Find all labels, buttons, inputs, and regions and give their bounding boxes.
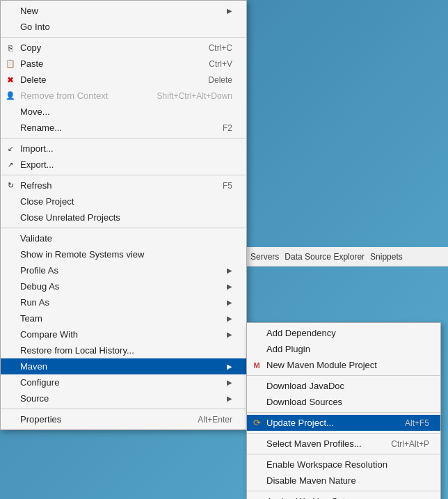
submenu-item-download-javadoc[interactable]: Download JavaDoc [247, 378, 440, 394]
menu-label-paste: Paste [20, 58, 43, 69]
shortcut-properties: Alt+Enter [198, 415, 232, 425]
shortcut-refresh: F5 [223, 181, 232, 191]
submenu-label-new-maven-module: New Maven Module Project [266, 360, 377, 370]
context-menu: New ▶ Go Into ⎘ Copy Ctrl+C 📋 Paste Ctrl… [0, 0, 247, 430]
arrow-icon-configure: ▶ [227, 379, 232, 386]
shortcut-select-profiles: Ctrl+Alt+P [391, 439, 429, 449]
submenu-item-enable-workspace[interactable]: Enable Workspace Resolution [247, 457, 440, 473]
menu-label-export: Export... [20, 159, 54, 170]
menu-item-delete[interactable]: ✖ Delete Delete [1, 72, 246, 88]
submenu-separator-1 [247, 375, 440, 376]
maven-submenu: Add Dependency Add Plugin M New Maven Mo… [246, 322, 441, 499]
arrow-icon-team: ▶ [227, 315, 232, 322]
menu-item-new[interactable]: New ▶ [1, 3, 246, 19]
menu-label-delete: Delete [20, 74, 47, 85]
menu-item-close-unrelated[interactable]: Close Unrelated Projects [1, 209, 246, 225]
menu-item-refresh[interactable]: ↻ Refresh F5 [1, 177, 246, 193]
menu-label-copy: Copy [20, 42, 41, 53]
menu-label-compare-with: Compare With [20, 329, 78, 340]
separator-2 [1, 138, 246, 138]
arrow-icon-new: ▶ [227, 7, 232, 15]
menu-label-go-into: Go Into [20, 22, 50, 32]
menu-item-go-into[interactable]: Go Into [1, 19, 246, 35]
submenu-item-update-project[interactable]: ⟳ Update Project... Alt+F5 [247, 415, 440, 431]
shortcut-remove-context: Shift+Ctrl+Alt+Down [157, 91, 232, 101]
menu-label-import: Import... [20, 143, 54, 154]
submenu-label-select-profiles: Select Maven Profiles... [266, 438, 362, 449]
menu-item-restore-history[interactable]: Restore from Local History... [1, 342, 246, 358]
menu-item-compare-with[interactable]: Compare With ▶ [1, 326, 246, 342]
submenu-item-select-profiles[interactable]: Select Maven Profiles... Ctrl+Alt+P [247, 436, 440, 452]
separator-4 [1, 228, 246, 228]
menu-label-maven: Maven [20, 361, 47, 372]
submenu-item-disable-maven[interactable]: Disable Maven Nature [247, 473, 440, 489]
update-project-icon: ⟳ [251, 418, 262, 429]
menu-label-refresh: Refresh [20, 180, 52, 191]
menu-item-rename[interactable]: Rename... F2 [1, 120, 246, 136]
delete-icon: ✖ [5, 74, 16, 86]
menu-item-run-as[interactable]: Run As ▶ [1, 294, 246, 310]
shortcut-update-project: Alt+F5 [405, 418, 429, 428]
submenu-label-update-project: Update Project... [266, 418, 334, 428]
submenu-label-download-javadoc: Download JavaDoc [266, 381, 344, 391]
servers-tab[interactable]: Servers [250, 252, 279, 262]
menu-item-close-project[interactable]: Close Project [1, 193, 246, 209]
menu-label-remove-context: Remove from Context [20, 90, 108, 101]
arrow-icon-compare-with: ▶ [227, 331, 232, 338]
import-icon: ↙ [5, 143, 16, 155]
separator-3 [1, 175, 246, 175]
menu-item-validate[interactable]: Validate [1, 230, 246, 246]
menu-item-export[interactable]: ↗ Export... [1, 157, 246, 173]
snippets-tab[interactable]: Snippets [370, 252, 403, 262]
submenu-label-download-sources: Download Sources [266, 397, 342, 407]
menu-label-close-project: Close Project [20, 196, 74, 207]
arrow-icon-source: ▶ [227, 395, 232, 402]
submenu-separator-2 [247, 412, 440, 413]
submenu-item-new-maven-module[interactable]: M New Maven Module Project [247, 357, 440, 373]
menu-item-configure[interactable]: Configure ▶ [1, 374, 246, 390]
submenu-separator-5 [247, 491, 440, 491]
menu-item-import[interactable]: ↙ Import... [1, 141, 246, 157]
submenu-item-add-dependency[interactable]: Add Dependency [247, 325, 440, 341]
shortcut-paste: Ctrl+V [209, 59, 232, 69]
shortcut-delete: Delete [208, 75, 232, 85]
menu-item-profile-as[interactable]: Profile As ▶ [1, 262, 246, 278]
menu-label-close-unrelated: Close Unrelated Projects [20, 212, 120, 223]
submenu-separator-4 [247, 454, 440, 454]
menu-item-source[interactable]: Source ▶ [1, 390, 246, 406]
menu-item-show-remote[interactable]: Show in Remote Systems view [1, 246, 246, 262]
refresh-icon: ↻ [5, 180, 16, 191]
menu-item-maven[interactable]: Maven ▶ [1, 358, 246, 374]
menu-label-restore-history: Restore from Local History... [20, 345, 134, 356]
submenu-label-add-plugin: Add Plugin [266, 344, 310, 354]
submenu-item-assign-working-sets[interactable]: Assign Working Sets... [247, 493, 440, 499]
menu-label-rename: Rename... [20, 122, 62, 133]
menu-item-remove-context: 👤 Remove from Context Shift+Ctrl+Alt+Dow… [1, 88, 246, 104]
menu-label-properties: Properties [20, 414, 61, 425]
shortcut-rename: F2 [223, 123, 232, 133]
arrow-icon-debug-as: ▶ [227, 283, 232, 290]
submenu-item-add-plugin[interactable]: Add Plugin [247, 341, 440, 357]
maven-module-icon: M [251, 360, 262, 371]
submenu-label-assign-working-sets: Assign Working Sets... [266, 496, 358, 499]
menu-item-properties[interactable]: Properties Alt+Enter [1, 411, 246, 427]
menu-item-move[interactable]: Move... [1, 104, 246, 120]
menu-label-debug-as: Debug As [20, 281, 59, 292]
menu-label-team: Team [20, 313, 42, 324]
menu-item-paste[interactable]: 📋 Paste Ctrl+V [1, 56, 246, 72]
remove-context-icon: 👤 [5, 90, 16, 102]
arrow-icon-run-as: ▶ [227, 299, 232, 306]
menu-label-profile-as: Profile As [20, 265, 58, 276]
menu-item-copy[interactable]: ⎘ Copy Ctrl+C [1, 40, 246, 56]
datasource-tab[interactable]: Data Source Explorer [285, 252, 365, 262]
submenu-item-download-sources[interactable]: Download Sources [247, 394, 440, 410]
menu-label-move: Move... [20, 106, 50, 117]
submenu-label-disable-maven: Disable Maven Nature [266, 475, 356, 486]
menu-item-debug-as[interactable]: Debug As ▶ [1, 278, 246, 294]
export-icon: ↗ [5, 159, 16, 171]
separator-1 [1, 37, 246, 38]
menu-label-source: Source [20, 393, 49, 404]
menu-label-validate: Validate [20, 233, 52, 244]
copy-icon: ⎘ [5, 42, 16, 54]
menu-item-team[interactable]: Team ▶ [1, 310, 246, 326]
